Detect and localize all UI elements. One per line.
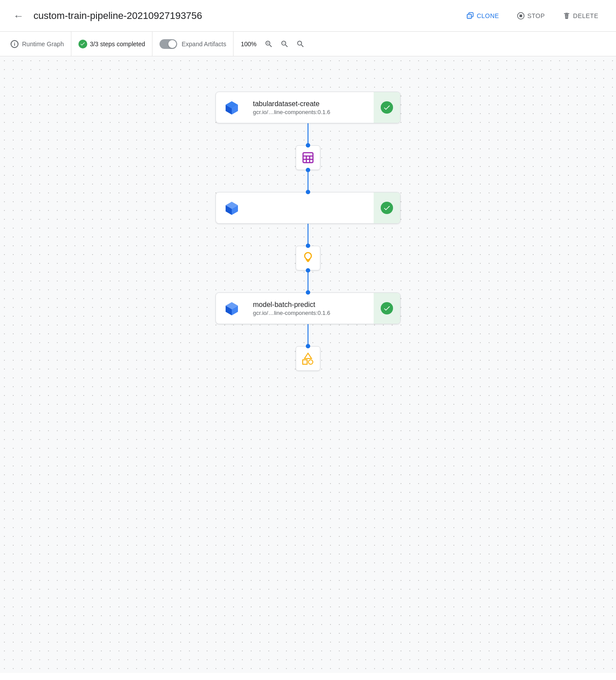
svg-rect-26 xyxy=(303,360,307,364)
connector-3 xyxy=(308,224,308,246)
connector-dot-4 xyxy=(306,244,310,248)
toolbar: i Runtime Graph 3/3 steps completed Expa… xyxy=(0,32,616,56)
pipeline-node-1[interactable]: tabulardataset-create gcr.io/…line-compo… xyxy=(215,92,401,123)
delete-button[interactable]: DELETE xyxy=(556,8,605,23)
artifact-node-3[interactable] xyxy=(296,346,320,371)
stop-icon xyxy=(517,12,525,20)
svg-marker-24 xyxy=(304,353,312,358)
connector-dot-3 xyxy=(306,190,310,194)
zoom-controls: 100% xyxy=(234,32,315,56)
stop-label: STOP xyxy=(527,12,545,19)
header-actions: CLONE STOP DELETE xyxy=(459,8,605,23)
delete-label: DELETE xyxy=(573,12,598,19)
page-header: ← custom-train-pipeline-20210927193756 C… xyxy=(0,0,616,32)
steps-completed-badge: 3/3 steps completed xyxy=(71,32,152,56)
artifact-node-1[interactable] xyxy=(296,145,320,170)
node3-cube-icon xyxy=(223,299,241,317)
expand-artifacts-toggle-wrap: Expand Artifacts xyxy=(152,32,234,56)
back-button[interactable]: ← xyxy=(11,8,26,24)
table-icon xyxy=(301,151,315,164)
zoom-percent: 100% xyxy=(241,41,256,48)
zoom-out-button[interactable] xyxy=(278,37,292,51)
pipeline-node-2[interactable] xyxy=(215,192,401,224)
zoom-fit-button[interactable] xyxy=(293,37,308,51)
svg-rect-19 xyxy=(307,261,309,262)
expand-artifacts-toggle[interactable] xyxy=(160,39,177,49)
expand-artifacts-label: Expand Artifacts xyxy=(182,41,226,48)
svg-rect-4 xyxy=(520,15,522,17)
bulb-icon xyxy=(301,251,315,265)
pipeline-node-3[interactable]: model-batch-predict gcr.io/…line-compone… xyxy=(215,292,401,324)
back-arrow-icon: ← xyxy=(13,10,24,22)
node2-status xyxy=(374,192,400,224)
shapes-icon xyxy=(301,351,315,366)
runtime-graph-label: Runtime Graph xyxy=(22,41,64,48)
node1-check-icon xyxy=(381,101,393,114)
node3-check-icon xyxy=(381,302,393,314)
svg-rect-2 xyxy=(467,14,471,18)
connector-5 xyxy=(308,324,308,346)
node2-check-icon xyxy=(381,202,393,214)
node1-icon-wrap xyxy=(216,92,248,123)
node1-cube-icon xyxy=(223,99,241,116)
connector-2 xyxy=(308,170,308,192)
connector-dot-2 xyxy=(306,168,310,172)
node3-subtitle: gcr.io/…line-components:0.1.6 xyxy=(253,310,368,316)
svg-rect-10 xyxy=(303,153,313,163)
node1-subtitle: gcr.io/…line-components:0.1.6 xyxy=(253,109,368,115)
svg-rect-18 xyxy=(306,260,310,261)
node1-status xyxy=(374,92,400,123)
zoom-in-button[interactable] xyxy=(262,37,276,51)
pipeline-canvas[interactable]: tabulardataset-create gcr.io/…line-compo… xyxy=(0,56,616,673)
delete-icon xyxy=(563,12,571,20)
artifact-node-2[interactable] xyxy=(296,246,320,270)
node3-content: model-batch-predict gcr.io/…line-compone… xyxy=(248,297,374,320)
steps-check-icon xyxy=(78,40,87,48)
node2-icon-wrap xyxy=(216,192,248,224)
connector-dot-1 xyxy=(306,143,310,148)
steps-completed-label: 3/3 steps completed xyxy=(90,41,145,48)
node3-status xyxy=(374,292,400,324)
zoom-in-icon xyxy=(264,40,273,48)
stop-button[interactable]: STOP xyxy=(510,8,552,23)
zoom-fit-icon xyxy=(296,40,305,48)
node3-title: model-batch-predict xyxy=(253,301,368,309)
zoom-out-icon xyxy=(280,40,289,48)
pipeline-flow: tabulardataset-create gcr.io/…line-compo… xyxy=(198,92,418,371)
svg-point-25 xyxy=(308,360,313,364)
node2-content xyxy=(248,204,374,212)
connector-dot-5 xyxy=(306,268,310,273)
clone-label: CLONE xyxy=(477,12,499,19)
node3-icon-wrap xyxy=(216,292,248,324)
runtime-graph-item[interactable]: i Runtime Graph xyxy=(7,32,71,56)
clone-button[interactable]: CLONE xyxy=(459,8,506,23)
connector-dot-6 xyxy=(306,290,310,295)
page-title: custom-train-pipeline-20210927193756 xyxy=(33,10,459,22)
connector-1 xyxy=(308,123,308,145)
connector-dot-7 xyxy=(306,344,310,348)
clone-icon xyxy=(466,12,474,20)
info-icon: i xyxy=(11,40,19,48)
node2-cube-icon xyxy=(223,199,241,217)
node1-title: tabulardataset-create xyxy=(253,100,368,108)
node1-content: tabulardataset-create gcr.io/…line-compo… xyxy=(248,96,374,119)
connector-4 xyxy=(308,270,308,292)
